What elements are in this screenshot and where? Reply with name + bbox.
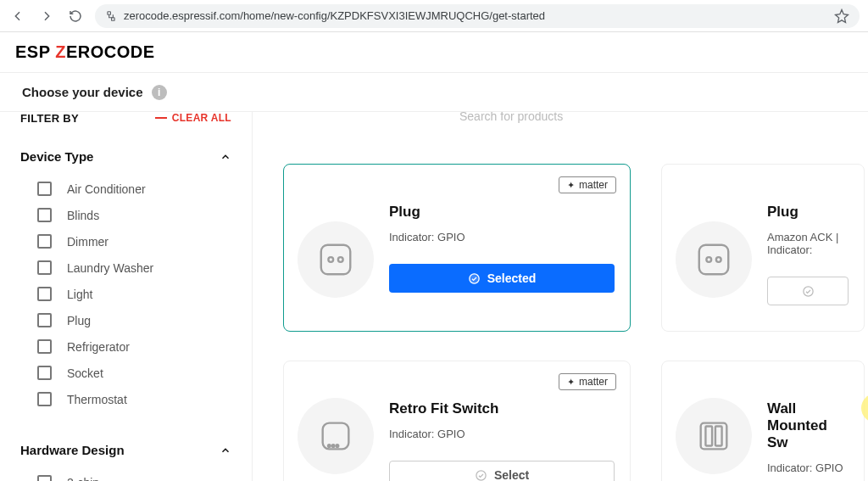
button-label: Selected — [487, 271, 537, 285]
svg-point-15 — [476, 470, 486, 479]
check-circle-icon — [802, 285, 815, 298]
logo-z: Z — [55, 42, 66, 61]
filter-item[interactable]: Laundry Washer — [20, 254, 231, 281]
checkbox-icon — [37, 287, 52, 301]
svg-point-14 — [337, 445, 339, 447]
minus-icon — [155, 117, 167, 119]
badge-label: matter — [579, 179, 608, 191]
svg-point-9 — [716, 257, 721, 262]
card-title: Retro Fit Switch — [389, 400, 615, 417]
filter-item-label: Thermostat — [67, 393, 127, 406]
filter-item-label: Refrigerator — [67, 340, 130, 354]
checkbox-icon — [37, 339, 52, 354]
button-label: Select — [494, 468, 529, 481]
main: Search for products ✦ matter Plug Indica… — [253, 112, 868, 481]
site-settings-icon — [105, 10, 117, 22]
filter-item[interactable]: Light — [20, 281, 231, 307]
card-subtitle: Amazon ACK | Indicator: — [767, 231, 849, 256]
logo: ESP ZEROCODE — [15, 42, 155, 62]
filter-item-label: Socket — [67, 366, 103, 380]
device-thumb — [298, 398, 374, 474]
logo-rest: EROCODE — [66, 42, 155, 61]
card-body: Wall Mounted Sw Indicator: GPIO — [767, 377, 849, 472]
svg-point-13 — [332, 445, 335, 447]
filter-item-label: 2-chip — [67, 476, 99, 482]
checkbox-icon — [37, 260, 52, 275]
device-card[interactable]: Plug Amazon ACK | Indicator: — [661, 164, 865, 332]
filter-section-head-device-type[interactable]: Device Type — [20, 126, 231, 172]
checkbox-icon — [37, 182, 52, 196]
filter-item[interactable]: 2-chip — [20, 469, 231, 481]
card-body: Retro Fit Switch Indicator: GPIO Select — [389, 377, 615, 472]
info-icon[interactable]: i — [152, 85, 167, 100]
filter-item-label: Dimmer — [67, 235, 108, 249]
search-input[interactable]: Search for products — [459, 112, 868, 123]
svg-point-4 — [338, 257, 343, 262]
filter-item[interactable]: Socket — [20, 360, 231, 386]
plug-icon — [694, 240, 733, 279]
logo-prefix: ESP — [15, 42, 55, 61]
filter-item[interactable]: Refrigerator — [20, 333, 231, 360]
card-body: Plug Indicator: GPIO Selected — [389, 180, 615, 316]
badge-label: matter — [579, 376, 608, 388]
checkbox-icon — [37, 366, 52, 380]
check-circle-icon — [468, 272, 481, 285]
filter-item[interactable]: Plug — [20, 307, 231, 333]
card-body: Plug Amazon ACK | Indicator: — [767, 180, 849, 316]
svg-point-10 — [803, 286, 812, 295]
step-bar: Choose your device i — [0, 73, 868, 112]
device-thumb — [676, 221, 752, 298]
filter-item[interactable]: Dimmer — [20, 228, 231, 254]
checkbox-icon — [37, 208, 52, 222]
filter-item-label: Laundry Washer — [67, 261, 153, 275]
reload-icon — [69, 9, 82, 23]
arrow-left-icon — [11, 9, 25, 23]
star-icon — [834, 8, 849, 24]
logo-bar: ESP ZEROCODE — [0, 32, 868, 73]
filter-list-hardware-design: 2-chip — [20, 466, 231, 481]
filter-section-head-hardware-design[interactable]: Hardware Design — [20, 419, 231, 466]
bookmark-button[interactable] — [834, 8, 849, 24]
select-button[interactable]: Select — [389, 461, 615, 481]
device-card[interactable]: Wall Mounted Sw Indicator: GPIO — [661, 361, 865, 481]
chevron-up-icon — [220, 445, 231, 456]
sidebar: FILTER BY Clear All Device Type Air Cond… — [0, 112, 253, 481]
filter-item[interactable]: Air Conditioner — [20, 176, 231, 202]
wall-switch-icon — [694, 417, 733, 456]
svg-point-8 — [706, 257, 711, 262]
card-subtitle: Indicator: GPIO — [389, 428, 615, 440]
filter-item[interactable]: Blinds — [20, 202, 231, 228]
device-card[interactable]: ✦ matter Retro Fit Switch Indicator: GPI… — [283, 361, 631, 481]
select-button[interactable] — [767, 277, 849, 305]
matter-badge: ✦ matter — [559, 373, 616, 390]
step-title: Choose your device — [22, 85, 143, 99]
svg-rect-2 — [321, 245, 351, 275]
filter-item-label: Plug — [67, 314, 91, 327]
filter-item-label: Air Conditioner — [67, 182, 146, 196]
url-bar[interactable]: zerocode.espressif.com/home/new-config/K… — [95, 4, 860, 28]
card-title: Wall Mounted Sw — [767, 400, 849, 451]
chevron-up-icon — [220, 151, 231, 163]
filter-item[interactable]: Thermostat — [20, 386, 231, 412]
svg-point-3 — [328, 257, 333, 262]
cards-row-1: ✦ matter Plug Indicator: GPIO Selected — [283, 123, 868, 332]
matter-badge: ✦ matter — [559, 176, 616, 193]
clear-all-label: Clear All — [172, 112, 231, 124]
device-card[interactable]: ✦ matter Plug Indicator: GPIO Selected — [283, 164, 631, 332]
reload-button[interactable] — [66, 7, 85, 25]
filter-by-row: FILTER BY Clear All — [20, 112, 231, 126]
filter-by-label: FILTER BY — [20, 112, 79, 125]
svg-point-12 — [328, 445, 331, 447]
matter-icon: ✦ — [567, 180, 574, 191]
plug-icon — [316, 240, 355, 279]
clear-all-button[interactable]: Clear All — [155, 112, 231, 124]
card-subtitle: Indicator: GPIO — [767, 461, 849, 474]
selected-button[interactable]: Selected — [389, 264, 615, 293]
back-button[interactable] — [8, 7, 27, 25]
card-title: Plug — [389, 204, 615, 221]
filter-item-label: Blinds — [67, 209, 99, 222]
forward-button[interactable] — [37, 7, 56, 25]
matter-icon: ✦ — [567, 377, 574, 388]
checkbox-icon — [37, 392, 52, 406]
card-title: Plug — [767, 204, 849, 221]
